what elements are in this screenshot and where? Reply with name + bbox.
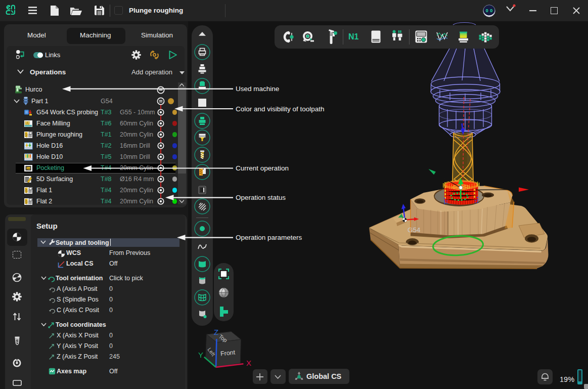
svg-text:G54: G54 bbox=[408, 226, 421, 234]
svg-text:0: 0 bbox=[486, 8, 488, 13]
svg-text:Y: Y bbox=[198, 351, 203, 359]
svg-text:Z: Z bbox=[214, 328, 218, 336]
svg-text:X: X bbox=[246, 359, 251, 367]
svg-text:0: 0 bbox=[490, 8, 492, 13]
